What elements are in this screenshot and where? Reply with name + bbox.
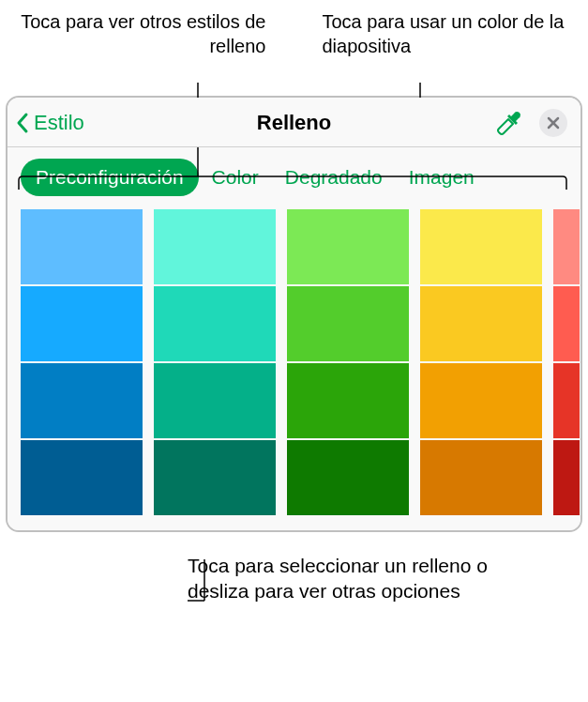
swatch-teal-3[interactable] — [154, 440, 276, 515]
panel-header: Estilo Relleno — [8, 98, 580, 147]
swatch-yellow-1[interactable] — [420, 286, 542, 361]
swatch-red-0[interactable] — [553, 209, 580, 284]
swatch-green-3[interactable] — [287, 440, 409, 515]
swatch-red-1[interactable] — [553, 286, 580, 361]
swatch-blue-1[interactable] — [21, 286, 143, 361]
panel-title: Relleno — [8, 111, 580, 135]
back-button[interactable]: Estilo — [15, 111, 84, 135]
swatch-red-3[interactable] — [553, 440, 580, 515]
fill-panel: Estilo Relleno Preconfiguración Color De… — [6, 96, 582, 532]
back-label: Estilo — [34, 111, 84, 135]
swatch-yellow-3[interactable] — [420, 440, 542, 515]
annotation-fill-styles: Toca para ver otros estilos de relleno — [19, 9, 266, 58]
swatches-scroll-area[interactable] — [8, 209, 580, 530]
swatch-column-blue — [21, 209, 143, 515]
swatch-green-0[interactable] — [287, 209, 409, 284]
swatch-red-2[interactable] — [553, 363, 580, 438]
close-button[interactable] — [539, 109, 567, 137]
swatch-green-2[interactable] — [287, 363, 409, 438]
tab-color[interactable]: Color — [199, 159, 272, 196]
swatch-blue-2[interactable] — [21, 363, 143, 438]
eyedropper-icon[interactable] — [496, 110, 522, 136]
swatch-teal-2[interactable] — [154, 363, 276, 438]
tab-preset[interactable]: Preconfiguración — [21, 159, 199, 196]
chevron-left-icon — [15, 112, 30, 134]
annotation-eyedropper: Toca para usar un color de la diapositiv… — [294, 9, 570, 58]
swatch-teal-0[interactable] — [154, 209, 276, 284]
swatch-column-teal — [154, 209, 276, 515]
close-icon — [547, 116, 560, 130]
swatch-yellow-2[interactable] — [420, 363, 542, 438]
swatch-blue-3[interactable] — [21, 440, 143, 515]
swatch-column-red — [553, 209, 580, 515]
annotation-swatch-select: Toca para seleccionar un relleno o desli… — [188, 553, 550, 604]
fill-tabs: Preconfiguración Color Degradado Imagen — [8, 147, 580, 209]
swatch-blue-0[interactable] — [21, 209, 143, 284]
tab-image[interactable]: Imagen — [396, 159, 488, 196]
swatch-column-yellow — [420, 209, 542, 515]
swatch-column-green — [287, 209, 409, 515]
swatch-green-1[interactable] — [287, 286, 409, 361]
tab-gradient[interactable]: Degradado — [272, 159, 396, 196]
swatch-yellow-0[interactable] — [420, 209, 542, 284]
swatch-teal-1[interactable] — [154, 286, 276, 361]
